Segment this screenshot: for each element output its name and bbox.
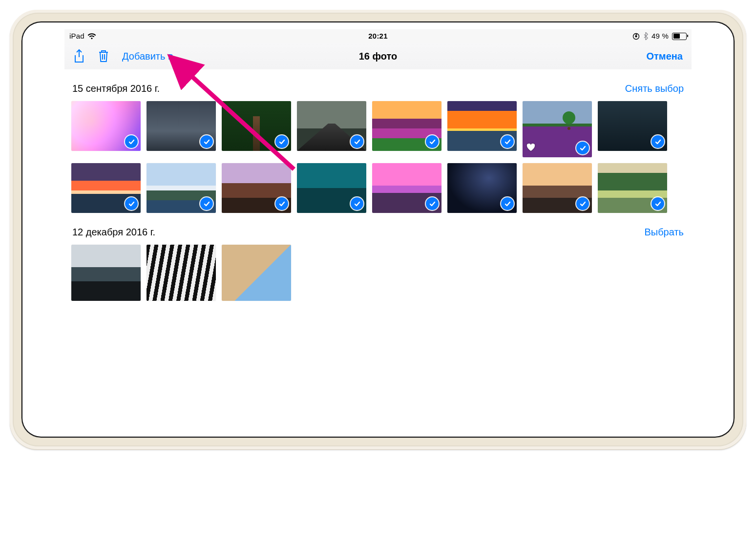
ipad-frame: iPad 20:21 49 % — [10, 10, 746, 449]
battery-percent: 49 % — [651, 29, 669, 43]
nav-bar: Добавить в 16 фото Отмена — [64, 43, 692, 70]
status-time: 20:21 — [368, 29, 387, 43]
status-left: iPad — [69, 29, 96, 43]
photo-thumbnail[interactable] — [598, 163, 667, 213]
section-title: 12 декабря 2016 г. — [72, 227, 155, 238]
photo-thumbnail[interactable] — [372, 163, 441, 213]
ipad-bezel: iPad 20:21 49 % — [21, 21, 735, 438]
nav-title: 16 фото — [359, 51, 398, 62]
photo-thumbnail[interactable] — [297, 101, 366, 151]
photo-thumbnail[interactable] — [147, 163, 216, 213]
cancel-button[interactable]: Отмена — [647, 51, 683, 62]
section-title: 15 сентября 2016 г. — [72, 83, 160, 94]
photo-thumbnail[interactable] — [147, 245, 216, 301]
selected-check-icon — [501, 197, 514, 210]
photo-grid — [71, 245, 685, 301]
photo-thumbnail[interactable] — [447, 101, 517, 151]
photo-detail — [253, 116, 260, 151]
photo-art — [147, 245, 216, 301]
photo-thumbnail[interactable] — [147, 101, 216, 151]
photo-thumbnail[interactable] — [523, 163, 592, 213]
selected-check-icon — [351, 135, 363, 148]
nav-left: Добавить в — [73, 49, 173, 63]
device-label: iPad — [69, 29, 84, 43]
selected-check-icon — [125, 197, 138, 210]
selected-check-icon — [275, 135, 288, 148]
photo-thumbnail[interactable] — [222, 245, 291, 301]
photo-thumbnail[interactable] — [297, 163, 366, 213]
battery-fill — [673, 34, 680, 39]
selected-check-icon — [200, 135, 213, 148]
selected-check-icon — [501, 135, 514, 148]
bluetooth-icon — [643, 32, 648, 40]
status-bar: iPad 20:21 49 % — [64, 29, 692, 43]
trash-icon[interactable] — [98, 49, 109, 63]
selected-check-icon — [576, 142, 589, 154]
photo-thumbnail[interactable] — [598, 101, 667, 151]
selected-check-icon — [351, 197, 363, 210]
photo-thumbnail[interactable] — [447, 163, 517, 213]
content[interactable]: 15 сентября 2016 г.Снять выбор12 декабря… — [64, 69, 692, 430]
add-to-button[interactable]: Добавить в — [122, 51, 173, 62]
selected-check-icon — [275, 197, 288, 210]
svg-rect-1 — [635, 36, 637, 37]
selected-check-icon — [200, 197, 213, 210]
photo-thumbnail[interactable] — [523, 101, 592, 157]
photo-detail — [563, 111, 575, 124]
selected-check-icon — [576, 197, 589, 210]
photo-grid — [71, 101, 685, 213]
photo-art — [71, 245, 141, 301]
section-header: 15 сентября 2016 г.Снять выбор — [71, 69, 685, 101]
deselect-button[interactable]: Снять выбор — [625, 83, 684, 94]
selected-check-icon — [125, 135, 138, 148]
wifi-icon — [87, 33, 96, 40]
photo-thumbnail[interactable] — [222, 101, 291, 151]
photo-thumbnail[interactable] — [222, 163, 291, 213]
photo-art — [222, 245, 291, 301]
photo-thumbnail[interactable] — [71, 163, 141, 213]
selected-check-icon — [426, 135, 439, 148]
section-header: 12 декабря 2016 г.Выбрать — [71, 213, 685, 245]
photo-thumbnail[interactable] — [71, 245, 141, 301]
photo-thumbnail[interactable] — [71, 101, 141, 151]
share-icon[interactable] — [73, 49, 85, 63]
favorite-heart-icon — [526, 144, 535, 153]
section: 12 декабря 2016 г.Выбрать — [64, 213, 692, 301]
selected-check-icon — [651, 135, 664, 148]
section: 15 сентября 2016 г.Снять выбор — [64, 69, 692, 213]
selected-check-icon — [426, 197, 439, 210]
status-right: 49 % — [632, 29, 687, 43]
rotation-lock-icon — [632, 33, 640, 40]
screen: iPad 20:21 49 % — [64, 29, 692, 430]
battery-icon — [672, 33, 687, 40]
selected-check-icon — [651, 197, 664, 210]
photo-thumbnail[interactable] — [372, 101, 441, 151]
select-button[interactable]: Выбрать — [644, 227, 684, 238]
